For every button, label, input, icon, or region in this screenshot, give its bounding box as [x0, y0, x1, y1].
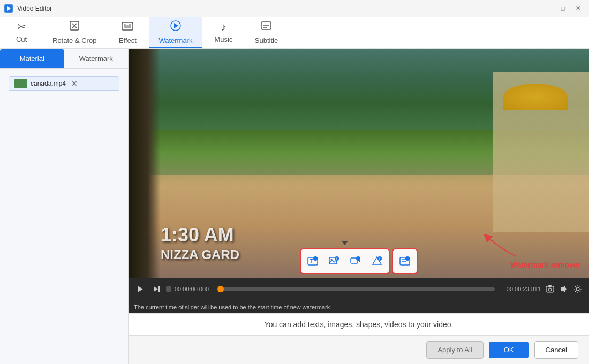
- tab-music[interactable]: ♪ Music: [202, 17, 245, 48]
- title-bar: Video Editor ─ □ ✕: [0, 0, 589, 17]
- tab-subtitle[interactable]: Subtitle: [245, 17, 288, 48]
- watermark-remover-annotation: Watermark remover: [510, 260, 580, 270]
- tab-subtitle-label: Subtitle: [255, 36, 278, 44]
- tab-watermark-label: Watermark: [158, 36, 192, 44]
- info-text-content: You can add texts, images, shapes, video…: [265, 320, 454, 329]
- svg-text:T: T: [310, 259, 313, 264]
- watermark-remover-label: Watermark remover: [510, 261, 580, 269]
- timeline-bar: 00:00:00.000 00:00:23.811: [129, 278, 589, 300]
- tab-cut-label: Cut: [16, 35, 27, 43]
- left-tab-material[interactable]: Material: [0, 49, 64, 68]
- tab-music-label: Music: [214, 35, 232, 43]
- stop-indicator: [166, 286, 171, 292]
- tooltip-arrow: [342, 241, 348, 245]
- tab-effect-label: Effect: [119, 36, 137, 44]
- add-text-button[interactable]: T+: [303, 251, 323, 271]
- video-area: 1:30 AM NIZZA GARD T+ +: [129, 49, 589, 364]
- timeline-message: The current time of slider will be used …: [134, 304, 331, 310]
- video-background: 1:30 AM NIZZA GARD T+ +: [129, 49, 589, 278]
- svg-rect-9: [261, 22, 271, 29]
- left-panel: Material Watermark canada.mp4 ✕: [0, 49, 129, 364]
- minimize-button[interactable]: ─: [541, 3, 555, 14]
- svg-rect-6: [129, 24, 131, 28]
- tab-rotate[interactable]: Rotate & Crop: [43, 17, 106, 48]
- video-preview: 1:30 AM NIZZA GARD T+ +: [129, 49, 589, 278]
- step-forward-button[interactable]: [150, 283, 163, 295]
- ok-button[interactable]: OK: [489, 342, 529, 358]
- main-layout: Material Watermark canada.mp4 ✕: [0, 49, 589, 364]
- video-text-time: 1:30 AM: [161, 224, 234, 246]
- svg-marker-38: [561, 286, 565, 292]
- tab-effect[interactable]: Effect: [106, 17, 149, 48]
- effect-icon: [122, 20, 133, 34]
- svg-rect-4: [124, 24, 126, 28]
- apply-to-all-button[interactable]: Apply to All: [426, 341, 483, 359]
- subtitle-icon: [260, 20, 272, 34]
- watermark-remover-group: +: [392, 248, 418, 274]
- svg-text:+: +: [357, 257, 359, 261]
- screenshot-button[interactable]: [544, 283, 556, 295]
- cut-icon: ✂: [17, 20, 26, 33]
- music-icon: ♪: [221, 21, 226, 33]
- svg-text:+: +: [336, 257, 338, 261]
- video-text-location: NIZZA GARD: [161, 247, 239, 262]
- remover-arrow-svg: [479, 232, 522, 259]
- watermark-toolbar: T+ + + +: [300, 248, 418, 274]
- timeline-icons: [544, 283, 584, 295]
- tab-watermark[interactable]: Watermark: [149, 17, 202, 48]
- app-title: Video Editor: [17, 5, 537, 12]
- watermark-add-group: T+ + + +: [300, 248, 390, 274]
- svg-marker-33: [154, 286, 158, 292]
- left-tabs: Material Watermark: [0, 49, 128, 69]
- time-start: 00:00:00.000: [175, 286, 217, 292]
- watermark-remover-button[interactable]: +: [395, 251, 415, 271]
- timeline-message-bar: The current time of slider will be used …: [129, 300, 589, 313]
- info-text: You can add texts, images, shapes, video…: [129, 313, 589, 335]
- file-close-icon[interactable]: ✕: [71, 79, 78, 88]
- close-button[interactable]: ✕: [571, 3, 585, 14]
- svg-rect-5: [126, 25, 129, 28]
- play-button[interactable]: [134, 283, 147, 295]
- svg-marker-8: [174, 23, 178, 28]
- slider-thumb[interactable]: [217, 286, 224, 292]
- add-shape-button[interactable]: +: [367, 251, 387, 271]
- svg-text:+: +: [406, 257, 409, 261]
- file-tab[interactable]: canada.mp4 ✕: [9, 76, 119, 91]
- svg-rect-37: [548, 285, 552, 287]
- window-controls: ─ □ ✕: [541, 3, 585, 14]
- bottom-bar: Apply to All OK Cancel: [129, 335, 589, 364]
- volume-button[interactable]: [558, 283, 570, 295]
- add-image-button[interactable]: +: [324, 251, 344, 271]
- file-thumbnail: [14, 79, 27, 88]
- file-name: canada.mp4: [31, 80, 66, 87]
- time-end: 00:00:23.811: [498, 286, 541, 292]
- app-icon: [4, 4, 13, 13]
- svg-marker-32: [138, 286, 143, 292]
- left-tab-watermark[interactable]: Watermark: [64, 49, 129, 68]
- svg-point-36: [548, 288, 552, 291]
- svg-text:+: +: [379, 257, 381, 261]
- timeline-slider[interactable]: [221, 287, 495, 291]
- cancel-button[interactable]: Cancel: [534, 341, 578, 359]
- svg-point-39: [576, 287, 579, 291]
- settings-button[interactable]: [572, 283, 584, 295]
- svg-rect-34: [158, 286, 160, 292]
- tab-bar: ✂ Cut Rotate & Crop Effect: [0, 17, 589, 49]
- add-video-button[interactable]: +: [345, 251, 366, 271]
- maximize-button[interactable]: □: [556, 3, 570, 14]
- rotate-icon: [69, 20, 80, 34]
- tab-rotate-label: Rotate & Crop: [52, 36, 96, 44]
- tab-cut[interactable]: ✂ Cut: [0, 17, 43, 48]
- watermark-icon: [170, 20, 182, 34]
- svg-text:+: +: [314, 257, 316, 261]
